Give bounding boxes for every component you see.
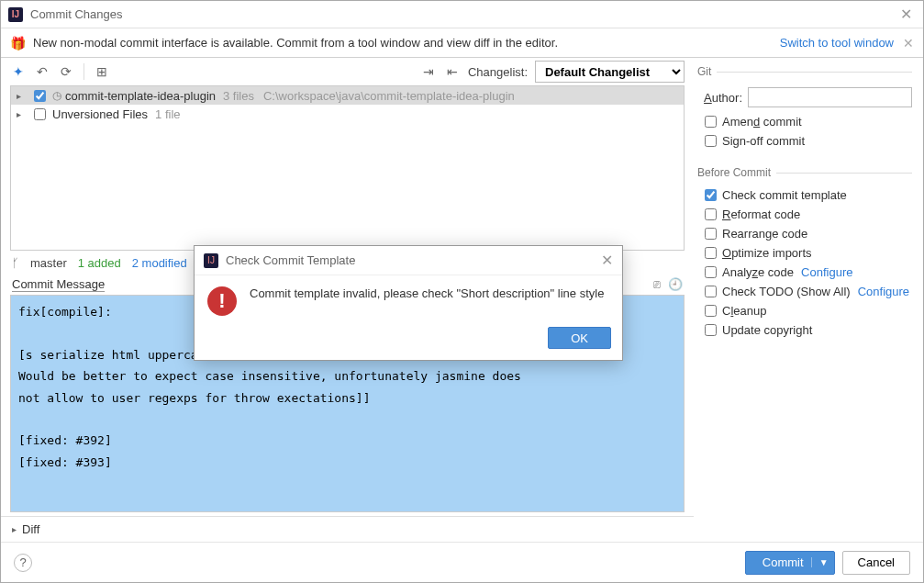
info-banner: 🎁 New non-modal commit interface is avai… [1, 28, 923, 58]
changes-tree[interactable]: ▸ ◷ commit-template-idea-plugin 3 files … [10, 85, 685, 251]
error-dialog-titlebar: IJ Check Commit Template ✕ [195, 246, 622, 275]
rearrange-label: Rearrange code [722, 227, 807, 241]
close-icon[interactable]: ✕ [896, 6, 916, 23]
tree-row-root[interactable]: ▸ ◷ commit-template-idea-plugin 3 files … [11, 86, 684, 105]
dialog-footer: ? Commit ▼ Cancel [1, 542, 923, 582]
checkbox-copyright[interactable] [705, 324, 717, 336]
before-commit-section-label: Before Commit [697, 166, 912, 179]
help-icon[interactable]: ? [14, 554, 32, 572]
group-icon[interactable]: ⊞ [94, 62, 110, 81]
expander-icon[interactable]: ▸ [17, 109, 28, 119]
history-icon[interactable]: 🕘 [668, 277, 683, 291]
author-label: Author: [697, 91, 742, 105]
commit-message-label: Commit Message [12, 277, 105, 291]
checkbox-rearrange[interactable] [705, 228, 717, 240]
checkbox-unversioned[interactable] [34, 108, 46, 120]
ok-button[interactable]: OK [548, 327, 611, 349]
checkbox-cleanup[interactable] [705, 305, 717, 317]
tree-item-path: C:\workspace\java\commit-template-idea-p… [263, 89, 515, 103]
changelist-select[interactable]: Default Changelist [535, 61, 685, 83]
gift-icon: 🎁 [10, 36, 26, 50]
error-icon: ! [207, 286, 237, 316]
window-title: Commit Changes [30, 7, 896, 21]
commit-button-label: Commit [763, 555, 804, 569]
cleanup-label: Cleanup [722, 304, 766, 318]
app-icon: IJ [204, 253, 218, 268]
banner-text: New non-modal commit interface is availa… [33, 36, 780, 50]
added-count: 1 added [78, 256, 121, 270]
titlebar: IJ Commit Changes ✕ [1, 1, 923, 28]
amend-label: Amend commit [722, 115, 802, 129]
commit-icon-template[interactable]: ⎚ [653, 277, 661, 291]
analyze-label: Analyze code [722, 265, 794, 279]
collapse-icon[interactable]: ⇥ [420, 62, 437, 81]
expander-icon[interactable]: ▸ [12, 524, 17, 534]
diff-label: Diff [22, 522, 39, 536]
expander-icon[interactable]: ▸ [17, 91, 28, 101]
commit-options-panel: Git Author: Amend commit Sign-off commit… [694, 58, 923, 542]
checkbox-amend[interactable] [705, 116, 717, 128]
diff-section[interactable]: ▸ Diff [1, 516, 694, 542]
error-dialog: IJ Check Commit Template ✕ ! Commit temp… [194, 245, 623, 361]
reformat-label: Reformat code [722, 207, 800, 221]
changelist-label: Changelist: [468, 65, 528, 79]
todo-configure-link[interactable]: Configure [858, 285, 909, 298]
error-message: Commit template invalid, please check "S… [250, 286, 604, 300]
git-section-label: Git [697, 65, 912, 78]
analyze-configure-link[interactable]: Configure [801, 265, 852, 279]
undo-icon[interactable]: ↶ [34, 62, 50, 81]
changes-toolbar: ✦ ↶ ⟳ ⊞ ⇥ ⇤ Changelist: Default Changeli… [1, 58, 694, 85]
folder-icon: ◷ [52, 89, 61, 102]
add-icon[interactable]: ✦ [10, 62, 27, 81]
tree-item-count: 1 file [155, 107, 180, 121]
checkbox-check-template[interactable] [705, 189, 717, 201]
copyright-label: Update copyright [722, 323, 812, 337]
commit-button[interactable]: Commit ▼ [745, 551, 835, 575]
checkbox-root[interactable] [34, 90, 46, 102]
optimize-label: Optimize imports [722, 246, 812, 260]
checkbox-todo[interactable] [705, 286, 717, 297]
check-template-label: Check commit template [722, 188, 847, 202]
signoff-label: Sign-off commit [722, 134, 805, 148]
dropdown-arrow-icon[interactable]: ▼ [811, 557, 829, 567]
branch-icon: ᚶ [12, 256, 19, 270]
switch-tool-window-link[interactable]: Switch to tool window [780, 36, 894, 50]
todo-label: Check TODO (Show All) [722, 285, 851, 298]
checkbox-signoff[interactable] [705, 135, 717, 147]
tree-row-unversioned[interactable]: ▸ Unversioned Files 1 file [11, 105, 684, 123]
tree-item-name: Unversioned Files [52, 107, 148, 121]
tree-item-count: 3 files [223, 89, 254, 103]
modified-count: 2 modified [132, 256, 187, 270]
app-icon: IJ [8, 7, 23, 22]
close-icon[interactable]: ✕ [601, 252, 613, 269]
checkbox-analyze[interactable] [705, 266, 717, 278]
checkbox-optimize[interactable] [705, 247, 717, 259]
refresh-icon[interactable]: ⟳ [58, 62, 74, 81]
banner-close-icon[interactable]: ✕ [903, 36, 914, 50]
tree-item-name: commit-template-idea-plugin [65, 89, 216, 103]
cancel-button[interactable]: Cancel [842, 551, 910, 575]
separator [83, 63, 84, 80]
expand-icon[interactable]: ⇤ [444, 62, 461, 81]
branch-name: master [30, 256, 67, 270]
checkbox-reformat[interactable] [705, 208, 717, 220]
author-input[interactable] [748, 87, 912, 107]
error-dialog-title: Check Commit Template [226, 253, 594, 267]
